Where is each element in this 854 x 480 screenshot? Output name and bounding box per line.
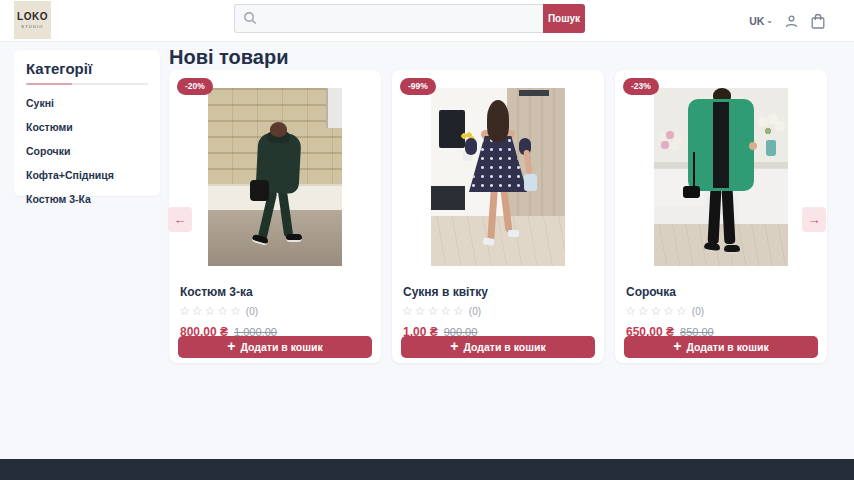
page-title: Нові товари [169, 46, 288, 69]
figure-hair [270, 122, 287, 137]
carousel-next-button[interactable]: → [802, 207, 826, 232]
figure-bag [250, 180, 269, 201]
logo-subtitle: STUDIO [21, 24, 43, 29]
language-label: UK [749, 15, 764, 27]
star-icon: ☆ [179, 304, 192, 318]
plus-icon: + [227, 339, 235, 353]
star-icon: ☆ [453, 304, 466, 318]
categories-title: Категорії [26, 60, 148, 77]
figure-bag [524, 174, 537, 191]
rating-stars: ☆☆☆☆☆(0) [625, 304, 704, 318]
search-button[interactable]: Пошук [543, 4, 585, 33]
fireplace [431, 186, 465, 210]
product-image[interactable] [654, 88, 788, 266]
rating-count: (0) [469, 306, 481, 317]
figure-heel [508, 230, 519, 237]
sidebar-item-shirts[interactable]: Сорочки [26, 145, 148, 157]
window [326, 88, 342, 128]
product-title[interactable]: Костюм 3-ка [180, 285, 253, 299]
add-to-cart-button[interactable]: + Додати в кошик [401, 336, 595, 358]
logo-title: LOKO [17, 12, 48, 22]
discount-badge: -23% [623, 78, 659, 95]
rating-stars: ☆☆☆☆☆(0) [179, 304, 258, 318]
figure-shoe [724, 245, 740, 254]
product-image[interactable] [431, 88, 565, 266]
star-icon: ☆ [402, 304, 415, 318]
star-icon: ☆ [205, 304, 218, 318]
search-input[interactable] [234, 4, 543, 33]
sidebar-item-dresses[interactable]: Сукні [26, 97, 148, 109]
add-to-cart-label: Додати в кошик [463, 341, 545, 353]
figure-hair [487, 100, 509, 142]
plus-icon: + [450, 339, 458, 353]
product-title[interactable]: Сукня в квітку [403, 285, 488, 299]
plus-icon: + [673, 339, 681, 353]
sidebar-item-suit-3[interactable]: Костюм 3-Ка [26, 193, 148, 205]
star-icon: ☆ [440, 304, 453, 318]
bag-strap [693, 152, 695, 188]
figure-shoe [286, 234, 302, 242]
account-icon[interactable] [784, 14, 799, 29]
star-icon: ☆ [676, 304, 689, 318]
figure-leg [722, 188, 736, 244]
add-to-cart-label: Додати в кошик [686, 341, 768, 353]
black-top [713, 102, 729, 188]
discount-badge: -20% [177, 78, 213, 95]
add-to-cart-button[interactable]: + Додати в кошик [624, 336, 818, 358]
star-icon: ☆ [663, 304, 676, 318]
add-to-cart-button[interactable]: + Додати в кошик [178, 336, 372, 358]
add-to-cart-label: Додати в кошик [240, 341, 322, 353]
sidewalk [208, 210, 342, 266]
header: LOKO STUDIO Пошук UK ⌄ [0, 0, 854, 42]
carousel-prev-button[interactable]: ← [168, 207, 192, 232]
star-icon: ☆ [428, 304, 441, 318]
star-icon: ☆ [230, 304, 243, 318]
header-right: UK ⌄ [749, 0, 826, 42]
figure-hand [749, 142, 757, 150]
dress-sleeve [465, 138, 477, 155]
tv-screen [439, 110, 465, 148]
arrow-right-icon: → [808, 212, 821, 227]
chevron-down-icon: ⌄ [766, 16, 773, 25]
figure-bag [683, 186, 700, 198]
star-icon: ☆ [415, 304, 428, 318]
flower-bouquet [756, 114, 786, 140]
sidebar-item-top-skirt[interactable]: Кофта+Спідниця [26, 169, 148, 181]
categories-panel: Категорії Сукні Костюми Сорочки Кофта+Сп… [14, 50, 160, 196]
flower-vase [766, 140, 776, 156]
wood-floor [654, 224, 788, 266]
rating-count: (0) [246, 306, 258, 317]
rating-stars: ☆☆☆☆☆(0) [402, 304, 481, 318]
discount-badge: -99% [400, 78, 436, 95]
categories-divider [26, 83, 148, 85]
arrow-left-icon: ← [174, 212, 187, 227]
search-bar: Пошук [234, 4, 585, 33]
sidebar-item-suits[interactable]: Костюми [26, 121, 148, 133]
cart-icon[interactable] [810, 13, 826, 30]
product-card: -23% Сорочка ☆☆☆☆☆(0) 650,00 ₴850,00 + Д… [615, 70, 827, 363]
language-dropdown[interactable]: UK ⌄ [749, 15, 773, 27]
wood-floor [431, 216, 565, 266]
star-icon: ☆ [625, 304, 638, 318]
product-image[interactable] [208, 88, 342, 266]
star-icon: ☆ [651, 304, 664, 318]
flower-bouquet [656, 130, 684, 152]
rating-count: (0) [692, 306, 704, 317]
product-card: -20% Костюм 3-ка ☆☆☆☆☆(0) 800,00 ₴1.000,… [169, 70, 381, 363]
search-input-wrap [234, 4, 543, 33]
product-card: -99% Сукня в квітку ☆☆☆☆☆(0) 1,00 ₴900,0… [392, 70, 604, 363]
logo[interactable]: LOKO STUDIO [14, 1, 51, 39]
star-icon: ☆ [217, 304, 230, 318]
star-icon: ☆ [192, 304, 205, 318]
ceiling-vent [519, 90, 549, 96]
star-icon: ☆ [638, 304, 651, 318]
product-title[interactable]: Сорочка [626, 285, 676, 299]
footer [0, 459, 854, 480]
